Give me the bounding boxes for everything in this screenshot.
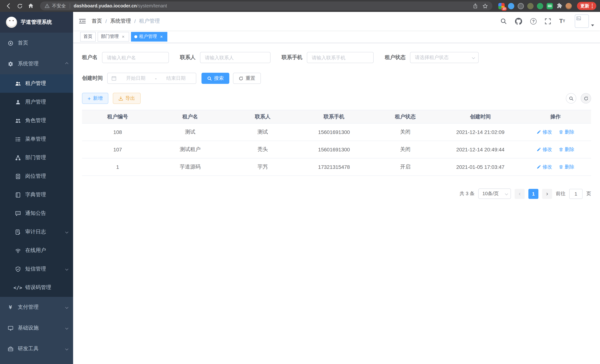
- extension-olive-icon[interactable]: [527, 3, 534, 9]
- cell-tenant-id: 108: [82, 123, 153, 141]
- sidebar-item-system-management[interactable]: 系统管理: [0, 53, 73, 74]
- create-time-label: 创建时间: [82, 75, 103, 82]
- close-icon[interactable]: ×: [159, 34, 164, 39]
- delete-link[interactable]: 删除: [559, 164, 574, 170]
- tenant-name-input[interactable]: [102, 52, 169, 63]
- extensions-puzzle-icon[interactable]: [556, 3, 562, 9]
- breadcrumb-system[interactable]: 系统管理: [110, 18, 131, 25]
- reset-button[interactable]: 重置: [233, 73, 261, 84]
- edit-link[interactable]: 修改: [536, 129, 552, 135]
- sidebar-item-home[interactable]: 首页: [0, 33, 73, 53]
- sidebar-item-online-users[interactable]: 在线用户: [0, 241, 73, 260]
- sidebar-item-role-management[interactable]: 角色管理: [0, 111, 73, 130]
- edit-link[interactable]: 修改: [536, 146, 552, 153]
- sidebar-toggle-button[interactable]: [79, 18, 86, 24]
- chevron-down-icon: [65, 327, 68, 330]
- sidebar-item-tenant-management[interactable]: 租户管理: [0, 74, 73, 93]
- home-button[interactable]: [26, 1, 36, 11]
- chevron-right-icon: ›: [546, 190, 548, 197]
- plus-icon: +: [88, 95, 91, 101]
- address-bar[interactable]: 不安全 dashboard.yudao.iocoder.cn /system/t…: [40, 1, 492, 10]
- broken-image-icon: [576, 16, 581, 21]
- extension-chat-icon[interactable]: [547, 3, 553, 9]
- search-form-row-1: 租户名 联系人 联系手机 租户状态 请选择租户状态: [82, 52, 591, 63]
- goto-page-input[interactable]: [569, 189, 582, 199]
- refresh-icon: [583, 96, 588, 101]
- chevron-down-icon: [65, 347, 68, 350]
- bookmark-button[interactable]: [482, 3, 488, 9]
- sidebar-item-dept-management[interactable]: 部门管理: [0, 149, 73, 167]
- sidebar-item-audit-log[interactable]: 审计日志: [0, 223, 73, 241]
- table-toolbar: + 新增 导出: [82, 93, 591, 104]
- share-button[interactable]: [473, 3, 478, 9]
- sidebar-item-user-management[interactable]: 用户管理: [0, 93, 73, 111]
- next-page-button[interactable]: ›: [542, 189, 552, 199]
- github-link[interactable]: [515, 18, 522, 25]
- sidebar-item-sms-management[interactable]: 短信管理: [0, 260, 73, 278]
- extension-colorful-icon[interactable]: 10: [498, 3, 505, 9]
- cell-tenant-name: 芋道源码: [153, 158, 227, 176]
- update-button[interactable]: 更新: [577, 2, 596, 10]
- extension-badge: 10: [501, 7, 507, 10]
- refresh-icon: [239, 76, 244, 81]
- trash-icon: [559, 147, 563, 152]
- edit-link[interactable]: 修改: [536, 164, 552, 170]
- sidebar-item-infrastructure[interactable]: 基础设施: [0, 318, 73, 338]
- table-row: 108 测试 测试 15601691300 关闭 2021-12-14 21:0…: [82, 123, 591, 141]
- system-submenu: 租户管理 用户管理 角色管理 菜单管理: [0, 74, 73, 297]
- extension-dark-icon[interactable]: [518, 3, 524, 9]
- extension-blue-icon[interactable]: [508, 3, 514, 9]
- sidebar-item-payment[interactable]: ¥ 支付管理: [0, 297, 73, 318]
- tag-home[interactable]: 首页: [80, 32, 96, 41]
- sidebar-item-post-management[interactable]: 岗位管理: [0, 167, 73, 186]
- date-range-picker[interactable]: 开始日期 - 结束日期: [107, 73, 196, 84]
- fullscreen-icon: [545, 18, 551, 24]
- phone-label: 联系手机: [282, 54, 302, 61]
- help-button[interactable]: ?: [530, 18, 536, 24]
- user-icon: [15, 99, 21, 105]
- logo-avatar-image: [6, 17, 17, 28]
- sidebar-item-dev-tools[interactable]: 研发工具: [0, 338, 73, 359]
- header-search-button[interactable]: [500, 18, 507, 25]
- sidebar-item-menu-management[interactable]: 菜单管理: [0, 130, 73, 149]
- breadcrumb-home[interactable]: 首页: [92, 18, 102, 25]
- extension-green-icon[interactable]: [537, 3, 543, 9]
- delete-link[interactable]: 删除: [559, 146, 574, 153]
- delete-link[interactable]: 删除: [559, 129, 574, 135]
- search-button[interactable]: 搜索: [201, 73, 229, 84]
- refresh-table-button[interactable]: [581, 93, 591, 103]
- tag-dept-management[interactable]: 部门管理 ×: [98, 32, 129, 41]
- cell-actions: 修改 删除: [520, 141, 591, 158]
- add-button[interactable]: + 新增: [82, 93, 108, 104]
- sidebar-item-dict-management[interactable]: 字典管理: [0, 186, 73, 204]
- sidebar-item-error-code[interactable]: </> 错误码管理: [0, 278, 73, 297]
- avatar: [575, 14, 589, 28]
- reload-button[interactable]: [15, 1, 25, 11]
- fullscreen-button[interactable]: [545, 18, 551, 24]
- gear-icon: [7, 61, 13, 67]
- sidebar-item-notice[interactable]: 通知公告: [0, 204, 73, 223]
- back-button[interactable]: [4, 1, 13, 11]
- prev-page-button[interactable]: ‹: [515, 189, 525, 199]
- phone-input[interactable]: [307, 52, 374, 63]
- chevron-down-icon: [65, 306, 68, 309]
- font-size-button[interactable]: TT: [559, 18, 565, 24]
- goto-label: 前往: [556, 190, 565, 197]
- toggle-search-button[interactable]: [566, 93, 576, 103]
- home-icon: [28, 3, 34, 9]
- status-select[interactable]: 请选择租户状态: [410, 52, 479, 63]
- date-start-placeholder: 开始日期: [120, 75, 152, 82]
- user-menu[interactable]: [575, 14, 594, 28]
- close-icon[interactable]: ×: [121, 34, 126, 39]
- page-size-select[interactable]: 10条/页: [478, 188, 511, 199]
- breadcrumb-current: 租户管理: [139, 18, 160, 25]
- address-divider: [70, 3, 70, 9]
- app-logo[interactable]: 芋道管理系统: [0, 12, 73, 33]
- browser-profile-avatar[interactable]: [565, 3, 572, 9]
- contact-input[interactable]: [200, 52, 271, 63]
- page-number-1[interactable]: 1: [528, 189, 538, 199]
- tag-tenant-management[interactable]: 租户管理 ×: [131, 32, 167, 41]
- update-label: 更新: [580, 3, 589, 9]
- export-button[interactable]: 导出: [113, 93, 141, 104]
- col-tenant-id: 租户编号: [82, 110, 153, 123]
